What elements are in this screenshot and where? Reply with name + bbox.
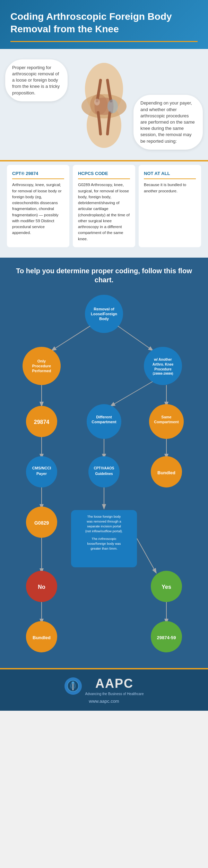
flowchart-section: To help you determine proper coding, fol… [0,258,208,668]
node-removal-text: Removal of [94,307,114,311]
svg-text:Yes: Yes [162,584,171,590]
footer-url: www.aapc.com [7,699,201,704]
footer-tagline: Advancing the Business of Healthcare [85,692,144,696]
svg-text:Procedure: Procedure [154,367,172,371]
option-hcpcs-title: HCPCS CODE [78,170,130,180]
line-to-w-another [118,326,153,350]
page-title: Coding Arthroscopic Foreign Body Removal… [10,10,198,36]
svg-text:Guidelines: Guidelines [95,472,113,476]
option-not-at-all-title: NOT AT ALL [144,170,196,180]
line-to-different-compartment [111,382,153,406]
option-cpt: CPT® 29874 Arthroscopy, knee, surgical; … [7,165,69,247]
option-cpt-title: CPT® 29874 [12,170,64,180]
intro-bubble-right: Depending on your payer, and whether oth… [133,95,203,149]
svg-text:Only: Only [37,359,46,363]
svg-point-40 [72,682,75,684]
svg-text:Arthro. Knee: Arthro. Knee [153,362,174,366]
svg-text:was removed through a: was removed through a [86,519,121,523]
svg-text:w/ Another: w/ Another [154,358,172,361]
header-divider [10,41,198,42]
svg-point-4 [94,99,100,106]
flowchart-svg: Removal of Loose/Foreign Body Only Proce… [7,295,201,659]
svg-text:Bundled: Bundled [157,470,175,475]
option-hcpcs: HCPCS CODE G0289 Arthroscopy, knee, surg… [73,165,135,247]
aapc-logo-icon [67,680,79,692]
footer-logo: AAPC Advancing the Business of Healthcar… [7,676,201,696]
svg-text:Loose/Foreign: Loose/Foreign [91,312,117,316]
svg-text:loose/foreign body was: loose/foreign body was [87,542,121,545]
intro-section: Proper reporting for arthroscopic remova… [0,49,208,160]
svg-text:The Arthroscopic: The Arthroscopic [92,537,116,541]
option-not-at-all-description: Because it is bundled to another procedu… [144,182,196,194]
svg-text:29874-59: 29874-59 [157,635,176,640]
footer: AAPC Advancing the Business of Healthcar… [0,669,208,711]
option-cpt-description: Arthroscopy, knee, surgical; for removal… [12,182,64,236]
svg-text:Body: Body [99,317,109,321]
svg-text:greater than 5mm.: greater than 5mm. [90,546,118,550]
svg-text:CPT®/AAOS: CPT®/AAOS [94,466,114,470]
svg-text:Procedure: Procedure [32,364,51,368]
line-to-only-procedure [52,326,90,350]
svg-text:Performed: Performed [32,369,51,373]
svg-text:29874: 29874 [34,419,50,425]
svg-text:Compartment: Compartment [154,420,179,424]
svg-text:(29866-29889): (29866-29889) [153,372,173,375]
svg-text:Payer: Payer [36,471,47,476]
options-section: CPT® 29874 Arthroscopy, knee, surgical; … [0,161,208,258]
footer-name: AAPC [85,676,144,691]
intro-bubble-left: Proper reporting for arthroscopic remova… [5,59,68,101]
footer-logo-circle [64,677,82,695]
svg-text:G0829: G0829 [34,520,49,526]
header: Coding Arthroscopic Foreign Body Removal… [0,0,208,49]
svg-point-5 [107,99,118,113]
option-hcpcs-description: G0289 Arthroscopy, knee, surgical, for r… [78,182,130,242]
svg-text:CMS/NCCI: CMS/NCCI [32,466,51,470]
line-info-to-yes [137,539,156,573]
svg-text:Bundled: Bundled [33,635,51,640]
footer-name-block: AAPC Advancing the Business of Healthcar… [85,676,144,696]
svg-text:Compartment: Compartment [92,420,116,424]
svg-text:No: No [38,584,45,590]
svg-text:Same: Same [161,415,171,419]
svg-text:The loose foreign body: The loose foreign body [87,515,121,518]
flowchart-title: To help you determine proper coding, fol… [7,266,201,284]
option-not-at-all: NOT AT ALL Because it is bundled to anot… [139,165,201,247]
svg-text:Different: Different [96,415,112,419]
svg-text:(not inflow/outflow portal).: (not inflow/outflow portal). [85,529,123,533]
svg-text:separate incision portal: separate incision portal [87,524,121,528]
